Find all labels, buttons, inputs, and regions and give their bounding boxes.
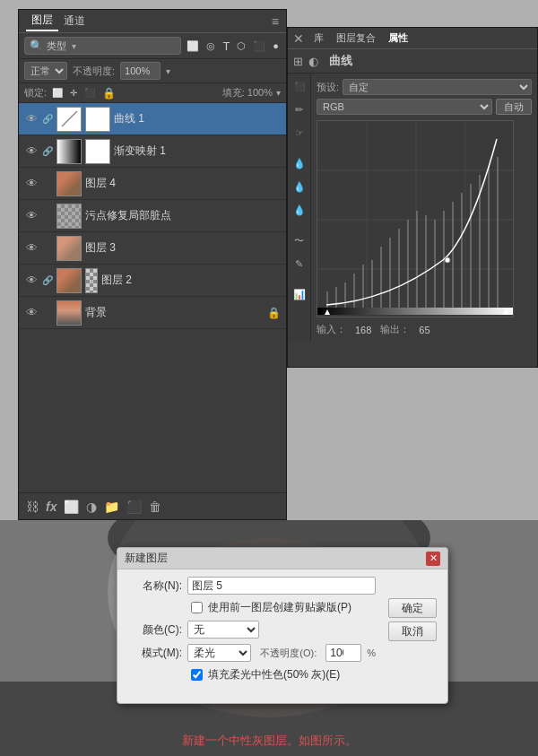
link-icon[interactable]: 🔗 <box>42 275 53 285</box>
pencil2-icon[interactable]: ✎ <box>291 255 308 273</box>
delete-icon[interactable]: 🗑 <box>149 500 161 514</box>
curves-content: 预设: 自定 RGB 自动 <box>311 74 537 342</box>
curve-line-icon[interactable]: 〜 <box>291 231 308 249</box>
fx-icon[interactable]: fx <box>46 500 56 514</box>
blend-mode-select[interactable]: 正常 <box>24 62 67 80</box>
layer-name: 渐变映射 1 <box>114 143 281 159</box>
target-icon[interactable]: ● <box>271 40 281 51</box>
opacity-value[interactable]: 100% <box>120 62 161 80</box>
layer-item[interactable]: 👁 · 污点修复局部脏点 <box>19 200 286 232</box>
blend-mode-row: 正常 不透明度: 100% ▾ <box>19 59 286 83</box>
finger-tool-icon[interactable]: ☞ <box>291 124 308 142</box>
lock-icon[interactable]: 🔒 <box>100 87 117 100</box>
new-layer-dialog: 新建图层 ✕ 名称(N): 使用前一图层创建剪贴蒙版(P) 颜色(C): <box>117 547 448 704</box>
bottom-section: 新建图层 ✕ 名称(N): 使用前一图层创建剪贴蒙版(P) 颜色(C): <box>0 520 538 756</box>
link-icon[interactable]: 🔗 <box>42 146 53 156</box>
pixel-icon[interactable]: ⬜ <box>185 40 201 52</box>
histogram-icon[interactable]: 📊 <box>291 285 308 303</box>
layer-item[interactable]: 👁 🔗 曲线 1 <box>19 103 286 135</box>
layer-item[interactable]: 👁 · 背景 🔒 <box>19 297 286 329</box>
link-icon[interactable]: 🔗 <box>42 114 53 124</box>
link-layers-icon[interactable]: ⛓ <box>26 500 39 514</box>
fill-label: 填充: 100% <box>222 86 273 100</box>
group-icon[interactable]: 📁 <box>104 500 119 514</box>
search-icon: 🔍 <box>30 39 43 52</box>
dialog-buttons: 确定 取消 <box>388 598 437 641</box>
layer-thumbnail <box>56 300 82 326</box>
svg-rect-23 <box>461 193 463 309</box>
dialog-body: 名称(N): 使用前一图层创建剪贴蒙版(P) 颜色(C): 无 <box>117 569 447 695</box>
visibility-icon[interactable]: 👁 <box>24 209 39 223</box>
curves-grid-icon[interactable]: ⊞ <box>293 55 303 68</box>
layer-name: 曲线 1 <box>114 111 281 126</box>
opacity-unit: % <box>367 647 376 658</box>
tab-library[interactable]: 库 <box>309 30 328 46</box>
curves-adjust-icon[interactable]: ◐ <box>308 55 318 68</box>
close-curves-icon[interactable]: ✕ <box>293 31 304 46</box>
fill-arrow[interactable]: ▾ <box>276 88 281 98</box>
add-mask-icon[interactable]: ⬜ <box>64 500 79 514</box>
search-box[interactable]: 🔍 类型 ▾ <box>24 37 181 55</box>
tab-layers[interactable]: 图层 <box>26 11 58 31</box>
channel-select[interactable]: RGB <box>317 99 492 115</box>
eyedropper-dark-icon[interactable]: 💧 <box>291 154 308 172</box>
link-spacer: · <box>42 308 53 317</box>
layer-item[interactable]: 👁 🔗 ↕ 图层 2 <box>19 265 286 297</box>
type-icon[interactable]: T <box>221 39 231 53</box>
input-value: 168 <box>355 325 371 335</box>
mode-select[interactable]: 柔光 <box>187 644 251 662</box>
lock-all-icon[interactable]: ⬛ <box>82 88 97 98</box>
clip-to-below-checkbox[interactable] <box>191 602 203 613</box>
panel-menu-icon[interactable]: ≡ <box>272 14 279 29</box>
eyedropper-light-icon[interactable]: 💧 <box>291 201 308 219</box>
dialog-close-icon[interactable]: ✕ <box>426 552 440 566</box>
shape-icon[interactable]: ⬡ <box>235 40 247 52</box>
svg-rect-18 <box>416 211 418 309</box>
fill-neutral-checkbox[interactable] <box>191 669 203 681</box>
svg-line-1 <box>69 111 77 119</box>
lock-pixel-icon[interactable]: ⬜ <box>50 88 65 98</box>
new-layer-icon[interactable]: ⬛ <box>126 500 142 514</box>
curves-graph[interactable] <box>317 120 514 317</box>
adjust-icon[interactable]: ◎ <box>204 40 217 52</box>
svg-rect-8 <box>326 291 328 309</box>
layer-item[interactable]: 👁 · 图层 4 <box>19 168 286 200</box>
svg-rect-26 <box>488 166 490 309</box>
dropdown-arrow[interactable]: ▾ <box>72 41 76 51</box>
tab-composite[interactable]: 图层复合 <box>332 30 380 46</box>
layer-name: 污点修复局部脏点 <box>85 208 281 223</box>
pencil-tool-icon[interactable]: ✏ <box>291 100 308 118</box>
visibility-icon[interactable]: 👁 <box>24 274 39 288</box>
checkbox-row: 使用前一图层创建剪贴蒙版(P) <box>191 600 376 615</box>
point-tool-icon[interactable]: ⬛ <box>291 77 308 95</box>
adjustment-icon[interactable]: ◑ <box>86 500 97 514</box>
opacity-arrow[interactable]: ▾ <box>166 66 170 76</box>
visibility-icon[interactable]: 👁 <box>24 112 39 126</box>
svg-rect-27 <box>497 157 499 309</box>
lock-move-icon[interactable]: ✛ <box>68 88 79 98</box>
smart-icon[interactable]: ⬛ <box>251 40 267 52</box>
visibility-icon[interactable]: 👁 <box>24 241 39 256</box>
preset-select[interactable]: 自定 <box>343 79 532 95</box>
layer-item[interactable]: 👁 · 图层 3 <box>19 232 286 265</box>
panel-footer: ⛓ fx ⬜ ◑ 📁 ⬛ 🗑 <box>19 492 286 519</box>
layer-thumbnail <box>56 171 82 196</box>
name-input[interactable] <box>187 577 376 595</box>
tab-properties[interactable]: 属性 <box>384 30 412 46</box>
opacity-dialog-input[interactable] <box>325 644 361 662</box>
layer-thumbnail <box>56 107 82 132</box>
visibility-icon[interactable]: 👁 <box>24 306 39 320</box>
tab-channels[interactable]: 通道 <box>58 12 91 30</box>
ok-button[interactable]: 确定 <box>388 598 437 618</box>
color-select[interactable]: 无 <box>187 621 259 639</box>
visibility-icon[interactable]: 👁 <box>24 177 39 191</box>
visibility-icon[interactable]: 👁 <box>24 144 39 159</box>
layer-name: 图层 4 <box>85 176 281 191</box>
svg-rect-22 <box>452 202 454 309</box>
layer-item[interactable]: 👁 🔗 渐变映射 1 <box>19 135 286 168</box>
eyedropper-mid-icon[interactable]: 💧 <box>291 178 308 196</box>
layer-mask-thumbnail <box>85 139 110 164</box>
dialog-titlebar: 新建图层 ✕ <box>117 548 447 569</box>
cancel-button[interactable]: 取消 <box>388 621 437 641</box>
auto-button[interactable]: 自动 <box>496 99 532 115</box>
